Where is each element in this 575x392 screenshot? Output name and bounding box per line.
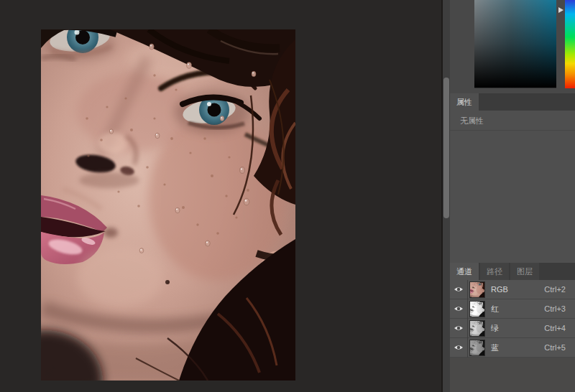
- hue-slider[interactable]: [565, 0, 575, 88]
- right-panel-column: 属性 无属性 通道 路径 图层 RGB Ctrl+2: [450, 0, 575, 392]
- photo-document[interactable]: [41, 29, 295, 381]
- panel-scrollbar[interactable]: [443, 0, 450, 392]
- channel-row-blue[interactable]: 蓝 Ctrl+5: [450, 338, 575, 358]
- saturation-brightness-field[interactable]: [474, 0, 556, 88]
- properties-panel: 属性 无属性: [450, 93, 575, 263]
- visibility-toggle[interactable]: [450, 338, 468, 358]
- visibility-toggle[interactable]: [450, 280, 468, 299]
- channel-shortcut: Ctrl+2: [544, 285, 566, 294]
- channel-label: 绿: [491, 323, 499, 334]
- properties-tabbar: 属性: [450, 93, 575, 111]
- eye-icon: [454, 325, 464, 332]
- channel-row-rgb[interactable]: RGB Ctrl+2: [450, 280, 575, 299]
- channels-panel: 通道 路径 图层 RGB Ctrl+2: [450, 263, 575, 392]
- portrait-image: [41, 29, 295, 381]
- channel-shortcut: Ctrl+5: [544, 343, 566, 352]
- channel-thumbnail[interactable]: [469, 340, 485, 356]
- channel-thumbnail[interactable]: [469, 301, 485, 317]
- channel-row-red[interactable]: 红 Ctrl+3: [450, 299, 575, 319]
- channel-row-green[interactable]: 绿 Ctrl+4: [450, 319, 575, 338]
- tab-properties[interactable]: 属性: [450, 93, 479, 111]
- visibility-toggle[interactable]: [450, 319, 468, 338]
- channel-shortcut: Ctrl+3: [544, 304, 566, 313]
- channel-label: 红: [491, 304, 499, 314]
- properties-content: 无属性: [450, 111, 575, 263]
- visibility-toggle[interactable]: [450, 299, 468, 319]
- panel-scrollbar-thumb[interactable]: [443, 78, 449, 218]
- tab-paths[interactable]: 路径: [480, 263, 509, 280]
- channel-thumbnail[interactable]: [469, 320, 485, 337]
- eye-icon: [454, 305, 464, 312]
- channel-label: 蓝: [491, 342, 499, 353]
- eye-icon: [454, 286, 464, 293]
- no-properties-text: 无属性: [450, 111, 575, 131]
- eye-icon: [454, 344, 464, 351]
- color-picker-panel: [450, 0, 575, 93]
- canvas-area[interactable]: [0, 0, 441, 392]
- channel-thumbnail[interactable]: [469, 281, 485, 298]
- channel-label: RGB: [491, 285, 508, 294]
- channel-shortcut: Ctrl+4: [544, 324, 566, 332]
- tab-layers[interactable]: 图层: [510, 263, 539, 280]
- tab-channels[interactable]: 通道: [450, 263, 479, 280]
- channel-list: RGB Ctrl+2 红 Ctrl+3 绿: [450, 280, 575, 358]
- hue-slider-marker-icon[interactable]: [558, 7, 564, 13]
- channels-tabbar: 通道 路径 图层: [450, 263, 575, 280]
